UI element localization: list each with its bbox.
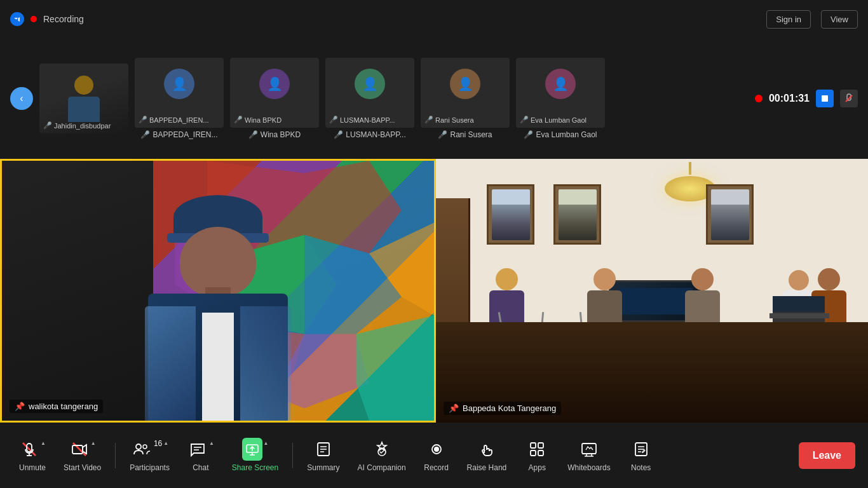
svg-rect-33 [531, 451, 536, 456]
mute-icon-p3: 🎤 [234, 116, 243, 124]
mute-icon-p6: 🎤 [520, 116, 529, 124]
video-panel-right: 📌 Bappeda Kota Tangerang [436, 159, 868, 423]
wall-frame-2 [553, 184, 601, 245]
svg-rect-34 [538, 451, 543, 456]
participant-name-p2: 🎤 BAPPEDA_IREN... [139, 116, 209, 124]
ai-companion-label: AI Companion [358, 463, 406, 472]
participants-button[interactable]: 16 ▲ Participants [123, 434, 176, 477]
notes-button[interactable]: Notes [622, 434, 660, 477]
top-bar: Recording Sign in View [0, 0, 868, 38]
participant-name-p5: 🎤 Rani Susera [424, 116, 474, 124]
mute-icon-p2: 🎤 [139, 116, 147, 124]
participant-thumb-p2[interactable]: 👤 🎤 BAPPEDA_IREN... 🎤 BAPPEDA_IREN... [135, 58, 224, 139]
start-video-label: Start Video [64, 463, 101, 472]
view-button[interactable]: View [821, 10, 858, 29]
recording-red-dot [755, 95, 763, 102]
raise-hand-button[interactable]: Raise Hand [461, 434, 513, 477]
unmute-button[interactable]: ▲ Unmute [13, 434, 52, 477]
divider-2 [292, 443, 293, 468]
svg-marker-10 [356, 315, 434, 421]
svg-rect-32 [538, 443, 543, 448]
summary-label: Summary [307, 463, 339, 472]
recording-indicator [31, 16, 37, 22]
main-video-area: 📌 walikota tangerang [0, 159, 868, 423]
wall-frame-3 [706, 184, 754, 245]
chat-button[interactable]: ▲ Chat [181, 434, 220, 477]
participant-video-p1: 🎤 Jahidin_disbudpar [39, 64, 128, 133]
participant-label-display-p3: 🎤 Wina BPKD [248, 130, 301, 139]
bottom-toolbar: ▲ Unmute ▲ Start Video [0, 423, 868, 488]
apps-button[interactable]: Apps [518, 434, 556, 477]
participant-count: 16 [154, 439, 162, 448]
recording-label: Recording [43, 14, 84, 24]
record-label: Record [424, 463, 449, 472]
participant-name-p4: 🎤 LUSMAN-BAPP... [329, 116, 395, 124]
video-label-left: 📌 walikota tangerang [10, 400, 103, 413]
mute-icon-p4: 🎤 [329, 116, 338, 124]
participant-label-display-p6: 🎤 Eva Lumban Gaol [524, 130, 597, 139]
notes-label: Notes [631, 463, 651, 472]
participant-thumb-p6[interactable]: 👤 🎤 Eva Lumban Gaol 🎤 Eva Lumban Gaol [516, 58, 605, 139]
participant-video-p3: 👤 🎤 Wina BPKD [230, 58, 319, 128]
record-button[interactable]: Record [417, 434, 456, 477]
laptop [773, 296, 825, 323]
wall-frame-1 [487, 184, 534, 245]
recording-timer-area: 00:01:31 [755, 90, 858, 107]
participant-thumb-p3[interactable]: 👤 🎤 Wina BPKD 🎤 Wina BPKD [230, 58, 319, 139]
participant-name-p1: 🎤 Jahidin_disbudpar [43, 121, 111, 130]
svg-rect-35 [582, 444, 596, 454]
chat-label: Chat [193, 463, 208, 472]
whiteboards-button[interactable]: Whiteboards [561, 434, 616, 477]
share-screen-button[interactable]: ▲ Share Screen [226, 434, 285, 477]
meeting-room-video: 📌 Bappeda Kota Tangerang [436, 159, 868, 423]
participant-video-p6: 👤 🎤 Eva Lumban Gaol [516, 58, 605, 128]
svg-rect-31 [531, 443, 536, 448]
top-bar-right: Sign in View [766, 10, 858, 29]
mute-icon-p1: 🎤 [43, 121, 52, 130]
video-label-right: 📌 Bappeda Kota Tangerang [444, 402, 561, 415]
svg-rect-1 [822, 95, 828, 102]
presenter-video: 📌 walikota tangerang [2, 161, 434, 421]
participant-label-display-p4: 🎤 LUSMAN-BAPP... [334, 130, 405, 139]
apps-label: Apps [529, 463, 546, 472]
participant-thumb-p4[interactable]: 👤 🎤 LUSMAN-BAPP... 🎤 LUSMAN-BAPP... [325, 58, 414, 139]
participant-label-display-p2: 🎤 BAPPEDA_IREN... [140, 130, 217, 139]
participant-name-p3: 🎤 Wina BPKD [234, 116, 281, 124]
svg-point-0 [13, 15, 22, 24]
start-video-button[interactable]: ▲ Start Video [57, 434, 107, 477]
participant-name-p6: 🎤 Eva Lumban Gaol [520, 116, 587, 124]
participant-strip: ‹ 🎤 Jahidin_disbudpar 👤 [0, 38, 868, 159]
summary-button[interactable]: Summary [301, 434, 346, 477]
raise-hand-label: Raise Hand [467, 463, 507, 472]
mute-icon-p5: 🎤 [424, 116, 433, 124]
participants-label: Participants [130, 463, 170, 472]
participant-video-p2: 👤 🎤 BAPPEDA_IREN... [135, 58, 224, 128]
whiteboards-label: Whiteboards [567, 463, 610, 472]
recording-timer: 00:01:31 [769, 93, 810, 104]
zoom-logo [10, 12, 24, 26]
svg-point-17 [143, 445, 147, 449]
top-bar-left: Recording [10, 12, 84, 26]
participant-thumb-p5[interactable]: 👤 🎤 Rani Susera 🎤 Rani Susera [421, 58, 510, 139]
video-panel-left: 📌 walikota tangerang [0, 159, 436, 423]
share-screen-label: Share Screen [232, 463, 278, 472]
participant-label-display-p5: 🎤 Rani Susera [438, 130, 492, 139]
toolbar-items: ▲ Unmute ▲ Start Video [13, 434, 799, 477]
divider-1 [115, 443, 116, 468]
sign-in-button[interactable]: Sign in [766, 10, 811, 29]
participant-video-p5: 👤 🎤 Rani Susera [421, 58, 510, 128]
svg-point-30 [434, 447, 439, 452]
unmute-label: Unmute [19, 463, 46, 472]
participant-video-p4: 👤 🎤 LUSMAN-BAPP... [325, 58, 414, 128]
ai-companion-button[interactable]: AI Companion [351, 434, 412, 477]
leave-button[interactable]: Leave [799, 442, 855, 469]
participant-thumb-p1[interactable]: 🎤 Jahidin_disbudpar [39, 64, 128, 133]
svg-point-16 [136, 444, 141, 449]
top-mute-button[interactable] [840, 90, 858, 107]
stop-recording-button[interactable] [816, 90, 834, 107]
strip-prev-button[interactable]: ‹ [10, 87, 33, 110]
